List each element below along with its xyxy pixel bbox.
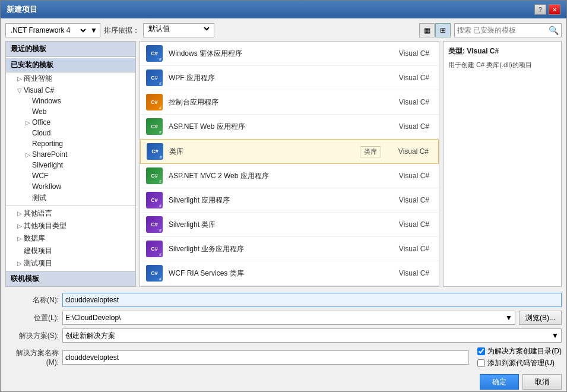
tree-item-otherlang[interactable]: ▷ 其他语言 — [6, 207, 135, 220]
location-select[interactable]: E:\CloudDevelop\ ▼ — [62, 311, 515, 325]
template-item-3[interactable]: C# 控制台应用程序 Visual C# — [140, 90, 439, 115]
template-item-7[interactable]: C# Silverlight 应用程序 Visual C# — [140, 188, 439, 213]
template-icon-2: C# — [145, 68, 164, 87]
title-bar: 新建项目 ? ✕ — [1, 1, 566, 18]
tree-label-workflow: Workflow — [32, 182, 61, 191]
tree-item-silverlight[interactable]: Silverlight — [6, 160, 135, 170]
installed-templates-header: 已安装的模板 — [6, 58, 135, 72]
template-icon-5: C# — [145, 142, 164, 161]
checkbox1-label: 为解决方案创建目录(D) — [487, 346, 562, 356]
solution-dropdown-icon: ▼ — [552, 331, 559, 340]
template-name-3: 控制台应用程序 — [169, 97, 382, 108]
tree-label-windows: Windows — [32, 97, 61, 105]
top-toolbar: .NET Framework 4 ▼ 排序依据： 默认值 ▦ ⊞ � — [5, 23, 562, 37]
framework-select[interactable]: .NET Framework 4 ▼ — [5, 23, 100, 37]
tree-label-office: Office — [32, 118, 50, 127]
template-name-5: 类库 — [169, 147, 355, 157]
template-name-4: ASP.NET Web 应用程序 — [169, 122, 382, 132]
main-content: 最近的模板 已安装的模板 ▷ 商业智能 ▽ Visual C# Windows — [5, 41, 562, 287]
template-badge-5: 类库 — [360, 146, 381, 157]
sort-select[interactable]: 默认值 — [143, 23, 214, 37]
checkbox2[interactable] — [477, 359, 485, 367]
template-icon-6: C# — [145, 166, 164, 185]
template-item-2[interactable]: C# WPF 应用程序 Visual C# — [140, 66, 439, 90]
template-item-10[interactable]: C# WCF RIA Services 类库 Visual C# — [140, 261, 439, 286]
csharp-icon-9: C# — [146, 241, 163, 257]
solution-label: 解决方案(S): — [5, 331, 59, 341]
tree-item-otherproject[interactable]: ▷ 其他项目类型 — [6, 220, 135, 232]
dialog-body: .NET Framework 4 ▼ 排序依据： 默认值 ▦ ⊞ � — [1, 18, 566, 392]
csharp-icon-5: C# — [147, 143, 163, 160]
template-item-5[interactable]: C# 类库 类库 Visual C# — [140, 139, 439, 164]
ok-button[interactable]: 确定 — [480, 374, 519, 390]
location-row: 位置(L): E:\CloudDevelop\ ▼ 浏览(B)... — [5, 311, 562, 325]
close-button[interactable]: ✕ — [549, 4, 560, 15]
template-lang-2: Visual C# — [387, 74, 434, 82]
tree-item-wcf[interactable]: WCF — [6, 170, 135, 181]
tree-item-business[interactable]: ▷ 商业智能 — [6, 72, 135, 85]
search-icon[interactable]: 🔍 — [549, 26, 559, 35]
template-name-10: WCF RIA Services 类库 — [169, 268, 382, 279]
template-icon-8: C# — [145, 215, 164, 234]
solution-select[interactable]: 创建新解决方案 ▼ — [62, 328, 562, 343]
help-button[interactable]: ? — [534, 4, 546, 15]
template-name-7: Silverlight 应用程序 — [169, 195, 382, 206]
template-icon-9: C# — [145, 239, 164, 258]
template-item-1[interactable]: C# Windows 窗体应用程序 Visual C# — [140, 42, 439, 66]
location-dropdown-icon: ▼ — [505, 314, 512, 322]
solution-name-row: 解决方案名称(M): 为解决方案创建目录(D) 添加到源代码管理(U) — [5, 346, 562, 368]
tree-item-template[interactable]: 建模项目 — [6, 245, 135, 257]
template-icon-10: C# — [145, 264, 164, 283]
list-view-button[interactable]: ▦ — [419, 23, 435, 37]
tree-item-testproject[interactable]: ▷ 测试项目 — [6, 257, 135, 270]
info-description: 用于创建 C# 类库(.dll)的项目 — [448, 60, 556, 70]
recent-templates-header: 最近的模板 — [6, 42, 135, 57]
checkbox1[interactable] — [477, 347, 485, 355]
info-type: 类型: Visual C# — [448, 46, 556, 56]
csharp-icon-10: C# — [146, 265, 163, 282]
template-lang-9: Visual C# — [387, 245, 434, 253]
template-lang-5: Visual C# — [386, 147, 433, 156]
template-list: C# Windows 窗体应用程序 Visual C# C# WPF 应用程序 … — [140, 42, 439, 286]
tree-item-office[interactable]: ▷ Office — [6, 117, 135, 128]
tree-item-visualcsharp[interactable]: ▽ Visual C# — [6, 85, 135, 96]
framework-dropdown[interactable]: .NET Framework 4 — [8, 26, 88, 35]
tree-item-web[interactable]: Web — [6, 106, 135, 117]
expand-icon-sharepoint: ▷ — [24, 151, 32, 158]
grid-view-button[interactable]: ⊞ — [435, 23, 451, 37]
tree-divider — [6, 206, 135, 206]
expand-icon-otherlang: ▷ — [15, 210, 24, 217]
tree-item-workflow[interactable]: Workflow — [6, 181, 135, 192]
name-row: 名称(N): — [5, 293, 562, 307]
browse-button[interactable]: 浏览(B)... — [519, 311, 562, 325]
location-value: E:\CloudDevelop\ — [65, 314, 505, 322]
tree-item-test[interactable]: 测试 — [6, 192, 135, 204]
tree-label-testproject: 测试项目 — [24, 258, 52, 268]
sort-dropdown[interactable]: 默认值 — [146, 24, 211, 33]
template-item-4[interactable]: C# ASP.NET Web 应用程序 Visual C# — [140, 115, 439, 139]
cancel-button[interactable]: 取消 — [522, 374, 562, 390]
view-buttons: ▦ ⊞ — [419, 23, 451, 37]
search-input[interactable] — [457, 26, 546, 34]
tree-item-cloud[interactable]: Cloud — [6, 128, 135, 138]
tree-area: 已安装的模板 ▷ 商业智能 ▽ Visual C# Windows — [6, 57, 135, 271]
tree-label-otherproject: 其他项目类型 — [24, 221, 66, 231]
template-item-9[interactable]: C# Silverlight 业务应用程序 Visual C# — [140, 237, 439, 261]
csharp-icon-6: C# — [146, 167, 163, 184]
name-input[interactable] — [62, 293, 562, 307]
tree-label-visualcsharp: Visual C# — [24, 86, 54, 94]
tree-label-otherlang: 其他语言 — [24, 208, 52, 219]
template-lang-7: Visual C# — [387, 196, 434, 204]
tree-item-database[interactable]: ▷ 数据库 — [6, 232, 135, 245]
template-icon-4: C# — [145, 117, 164, 136]
tree-item-sharepoint[interactable]: ▷ SharePoint — [6, 149, 135, 160]
expand-icon-business: ▷ — [15, 75, 24, 82]
checkbox2-label: 添加到源代码管理(U) — [487, 358, 555, 368]
tree-item-reporting[interactable]: Reporting — [6, 138, 135, 149]
template-icon-1: C# — [145, 44, 164, 63]
template-item-6[interactable]: C# ASP.NET MVC 2 Web 应用程序 Visual C# — [140, 164, 439, 188]
solution-name-input[interactable] — [62, 350, 469, 365]
template-item-8[interactable]: C# Silverlight 类库 Visual C# — [140, 213, 439, 237]
csharp-icon-1: C# — [146, 45, 163, 62]
tree-item-windows[interactable]: Windows — [6, 96, 135, 106]
